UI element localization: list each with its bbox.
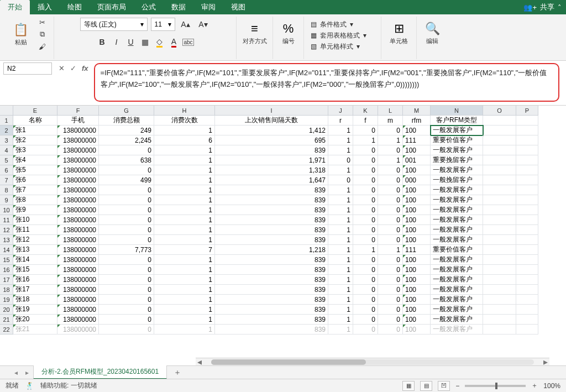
col-head-I[interactable]: I	[215, 106, 328, 116]
header-cell[interactable]: r	[328, 116, 353, 126]
cell[interactable]: 张14	[13, 255, 57, 265]
cell[interactable]	[483, 195, 516, 205]
format-as-table-button[interactable]: ▦套用表格格式▾	[308, 30, 369, 41]
header-cell[interactable]: m	[378, 116, 403, 126]
cell[interactable]: 0	[353, 325, 378, 334]
cell[interactable]	[516, 195, 538, 205]
cell[interactable]: 一般发展客户	[431, 265, 483, 275]
zoom-out-button[interactable]: −	[455, 382, 459, 390]
cell[interactable]: 0	[378, 265, 403, 275]
cell[interactable]	[483, 255, 516, 265]
cell[interactable]: 100	[403, 126, 431, 135]
cell[interactable]: 001	[403, 155, 431, 165]
row-head-10[interactable]: 10	[0, 205, 13, 215]
cell[interactable]: 张3	[13, 145, 57, 155]
cell[interactable]: 一般发展客户	[431, 275, 483, 285]
cell[interactable]	[483, 205, 516, 215]
cell[interactable]: 100	[403, 215, 431, 225]
cell[interactable]	[483, 145, 516, 155]
shrink-font-button[interactable]: A▾	[196, 18, 211, 31]
zoom-slider[interactable]	[465, 385, 526, 387]
cell[interactable]: 张7	[13, 185, 57, 195]
cell[interactable]: 0	[378, 285, 403, 295]
view-pagebreak-button[interactable]: 凹	[438, 381, 450, 391]
zoom-value[interactable]: 100%	[543, 382, 560, 390]
cell[interactable]: 138000000	[57, 205, 99, 215]
cell[interactable]	[483, 215, 516, 225]
cell[interactable]: 一般发展客户	[431, 215, 483, 225]
share-icon[interactable]: 👥+	[523, 3, 537, 12]
cell[interactable]	[516, 235, 538, 245]
cell[interactable]: 100	[403, 145, 431, 155]
cell-style-button[interactable]: ▧单元格样式▾	[308, 41, 362, 52]
select-all-corner[interactable]	[0, 106, 13, 116]
cell[interactable]: 100	[403, 295, 431, 305]
cell[interactable]: 0	[99, 305, 154, 315]
cell[interactable]: 0	[353, 305, 378, 315]
cell[interactable]: 一般发展客户	[431, 235, 483, 245]
row-head-16[interactable]: 16	[0, 265, 13, 275]
cell[interactable]	[516, 305, 538, 315]
col-head-E[interactable]: E	[13, 106, 57, 116]
cell[interactable]	[516, 155, 538, 165]
cell[interactable]: 1	[154, 185, 215, 195]
cell[interactable]: 张10	[13, 215, 57, 225]
cell[interactable]: 0	[378, 315, 403, 325]
cell[interactable]: 1	[328, 295, 353, 305]
cell[interactable]: 7	[154, 245, 215, 255]
col-head-M[interactable]: M	[403, 106, 431, 116]
cell[interactable]: 张15	[13, 265, 57, 275]
row-head-7[interactable]: 7	[0, 175, 13, 185]
cell[interactable]	[483, 315, 516, 325]
cell[interactable]	[483, 285, 516, 295]
cell[interactable]: 1	[154, 275, 215, 285]
cell[interactable]: 0	[99, 235, 154, 245]
cell[interactable]	[516, 245, 538, 255]
cell[interactable]	[483, 305, 516, 315]
font-size-combo[interactable]: 11▾	[151, 18, 175, 31]
cell[interactable]: 0	[353, 165, 378, 175]
cell[interactable]: 张13	[13, 245, 57, 255]
cell[interactable]: 0	[378, 325, 403, 334]
cell[interactable]: 138000000	[57, 275, 99, 285]
cell[interactable]	[516, 165, 538, 175]
cell[interactable]: 0	[378, 145, 403, 155]
cell[interactable]: 0	[99, 215, 154, 225]
cut-button[interactable]: ✂	[36, 17, 49, 28]
cell[interactable]: 100	[403, 315, 431, 325]
cell[interactable]: 0	[378, 305, 403, 315]
add-sheet-button[interactable]: ＋	[168, 366, 187, 379]
cell[interactable]: 0	[99, 285, 154, 295]
font-color-button[interactable]: A	[167, 35, 181, 49]
copy-button[interactable]: ⧉	[36, 29, 49, 40]
cell[interactable]: 1	[328, 215, 353, 225]
cell[interactable]: 100	[403, 265, 431, 275]
cell[interactable]: 1,412	[215, 126, 328, 135]
cell[interactable]: 839	[215, 185, 328, 195]
cell[interactable]: 138000000	[57, 195, 99, 205]
row-head-12[interactable]: 12	[0, 225, 13, 235]
cell[interactable]: 1	[154, 265, 215, 275]
cell[interactable]: 138000000	[57, 126, 99, 135]
cell[interactable]: 100	[403, 275, 431, 285]
cell[interactable]	[483, 265, 516, 275]
cell[interactable]: 839	[215, 205, 328, 215]
header-cell[interactable]: rfm	[403, 116, 431, 126]
col-head-K[interactable]: K	[353, 106, 378, 116]
cell[interactable]	[483, 325, 516, 334]
cell[interactable]: 0	[328, 155, 353, 165]
cell[interactable]	[516, 135, 538, 145]
editing-button[interactable]: 🔍 编辑	[420, 17, 444, 50]
cell[interactable]: 一般发展客户	[431, 315, 483, 325]
cell[interactable]: 重要价值客户	[431, 245, 483, 255]
cell[interactable]: 0	[378, 175, 403, 185]
cell[interactable]: 一般挽留客户	[431, 175, 483, 185]
cell[interactable]: 一般发展客户	[431, 145, 483, 155]
cell[interactable]: 一般发展客户	[431, 295, 483, 305]
header-cell[interactable]: 手机	[57, 116, 99, 126]
cell[interactable]: 0	[99, 255, 154, 265]
sheet-tab-active[interactable]: 分析-2.会员RFM模型_20230420165601	[33, 365, 167, 379]
fx-icon[interactable]: fx	[82, 64, 88, 72]
cell[interactable]: 839	[215, 305, 328, 315]
spreadsheet-grid[interactable]: EFGHIJKLMNOP1名称手机消费总额消费次数上次销售间隔天数rfmrfm客…	[0, 106, 566, 365]
